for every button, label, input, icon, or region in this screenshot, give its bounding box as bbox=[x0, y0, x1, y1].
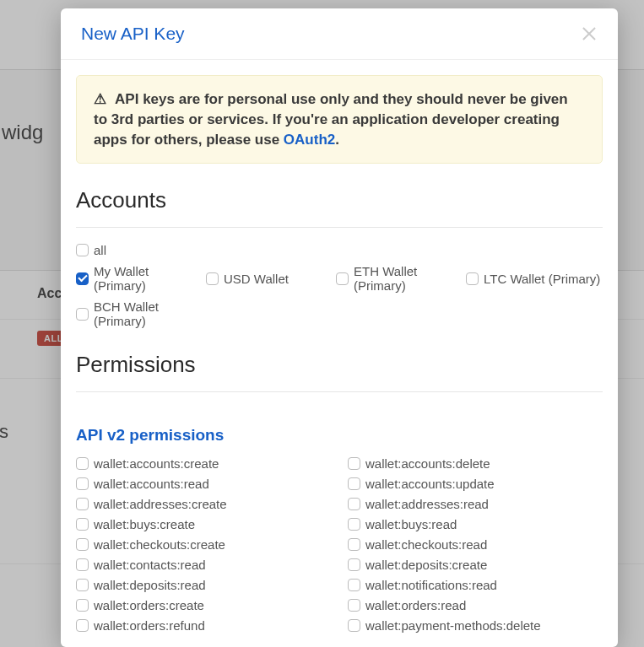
permission-label: wallet:accounts:update bbox=[365, 477, 495, 491]
modal-header: New API Key bbox=[61, 8, 618, 60]
account-checkbox[interactable]: ETH Wallet (Primary) bbox=[336, 264, 463, 293]
checkbox-icon bbox=[76, 619, 89, 632]
divider bbox=[76, 227, 603, 228]
permission-label: wallet:accounts:create bbox=[94, 456, 219, 471]
checkbox-icon bbox=[76, 498, 89, 510]
warning-banner: ⚠ API keys are for personal use only and… bbox=[76, 75, 603, 164]
checkbox-icon bbox=[76, 244, 89, 256]
permission-label: wallet:checkouts:create bbox=[94, 537, 225, 552]
warning-icon: ⚠ bbox=[94, 89, 106, 110]
permission-label: wallet:buys:create bbox=[94, 517, 195, 531]
permission-checkbox[interactable]: wallet:orders:create bbox=[76, 598, 331, 612]
permission-label: wallet:deposits:read bbox=[94, 578, 206, 592]
account-checkbox[interactable]: BCH Wallet (Primary) bbox=[76, 299, 203, 328]
api-v2-permissions-heading: API v2 permissions bbox=[76, 426, 603, 445]
permission-label: wallet:orders:read bbox=[365, 598, 466, 612]
checkbox-icon bbox=[76, 457, 89, 470]
permission-label: wallet:notifications:read bbox=[365, 578, 497, 592]
account-label: ETH Wallet (Primary) bbox=[354, 264, 463, 293]
permission-label: wallet:buys:read bbox=[365, 517, 457, 531]
permission-label: wallet:addresses:create bbox=[94, 497, 227, 511]
permission-label: wallet:deposits:create bbox=[365, 558, 487, 572]
permission-label: wallet:accounts:delete bbox=[365, 456, 490, 471]
permission-checkbox[interactable]: wallet:deposits:read bbox=[76, 578, 331, 592]
accounts-grid: allMy Wallet (Primary)USD WalletETH Wall… bbox=[76, 243, 603, 328]
permission-checkbox[interactable]: wallet:addresses:create bbox=[76, 497, 331, 511]
checkbox-icon bbox=[466, 272, 479, 285]
account-label: BCH Wallet (Primary) bbox=[94, 299, 203, 328]
oauth2-link[interactable]: OAuth2 bbox=[284, 132, 335, 148]
permission-checkbox[interactable]: wallet:orders:refund bbox=[76, 618, 331, 633]
permissions-heading: Permissions bbox=[76, 352, 603, 378]
modal-body: ⚠ API keys are for personal use only and… bbox=[61, 60, 618, 647]
checkbox-icon bbox=[348, 599, 360, 612]
permission-label: wallet:orders:create bbox=[94, 598, 204, 612]
checkbox-icon bbox=[348, 477, 360, 490]
account-label: My Wallet (Primary) bbox=[94, 264, 203, 293]
account-checkbox[interactable]: all bbox=[76, 243, 601, 257]
checkbox-icon bbox=[348, 498, 360, 510]
account-label: USD Wallet bbox=[224, 272, 289, 286]
checkbox-icon bbox=[76, 538, 89, 551]
new-api-key-modal: New API Key ⚠ API keys are for personal … bbox=[61, 8, 618, 647]
account-checkbox[interactable]: USD Wallet bbox=[206, 264, 333, 293]
checkbox-icon bbox=[348, 518, 360, 531]
accounts-heading: Accounts bbox=[76, 187, 603, 213]
checkbox-icon bbox=[76, 518, 89, 531]
checkbox-icon bbox=[348, 579, 360, 591]
permission-checkbox[interactable]: wallet:checkouts:create bbox=[76, 537, 331, 552]
warning-text-suffix: . bbox=[335, 132, 339, 148]
permission-checkbox[interactable]: wallet:addresses:read bbox=[348, 497, 603, 511]
checkbox-icon bbox=[76, 308, 89, 321]
divider bbox=[76, 391, 603, 392]
permission-checkbox[interactable]: wallet:accounts:update bbox=[348, 477, 603, 491]
account-checkbox[interactable]: LTC Wallet (Primary) bbox=[466, 264, 601, 293]
checkbox-icon bbox=[348, 457, 360, 470]
permission-checkbox[interactable]: wallet:payment-methods:delete bbox=[348, 618, 603, 633]
permission-checkbox[interactable]: wallet:accounts:create bbox=[76, 456, 331, 471]
checkbox-icon bbox=[206, 272, 219, 285]
close-icon[interactable] bbox=[581, 25, 598, 42]
account-label: all bbox=[94, 243, 106, 257]
account-checkbox[interactable]: My Wallet (Primary) bbox=[76, 264, 203, 293]
checkbox-icon bbox=[348, 619, 360, 632]
checkbox-icon bbox=[76, 272, 89, 285]
permission-label: wallet:payment-methods:delete bbox=[365, 618, 541, 633]
permission-checkbox[interactable]: wallet:orders:read bbox=[348, 598, 603, 612]
permission-label: wallet:accounts:read bbox=[94, 477, 209, 491]
permission-checkbox[interactable]: wallet:accounts:delete bbox=[348, 456, 603, 471]
account-label: LTC Wallet (Primary) bbox=[484, 272, 600, 286]
permission-label: wallet:contacts:read bbox=[94, 558, 206, 572]
permission-label: wallet:addresses:read bbox=[365, 497, 489, 511]
permission-checkbox[interactable]: wallet:buys:read bbox=[348, 517, 603, 531]
permission-label: wallet:orders:refund bbox=[94, 618, 205, 633]
modal-title: New API Key bbox=[81, 24, 185, 44]
permissions-grid: wallet:accounts:createwallet:accounts:de… bbox=[76, 456, 603, 633]
permission-checkbox[interactable]: wallet:contacts:read bbox=[76, 558, 331, 572]
checkbox-icon bbox=[336, 272, 349, 285]
permission-checkbox[interactable]: wallet:accounts:read bbox=[76, 477, 331, 491]
permission-checkbox[interactable]: wallet:checkouts:read bbox=[348, 537, 603, 552]
checkbox-icon bbox=[76, 599, 89, 612]
permission-checkbox[interactable]: wallet:notifications:read bbox=[348, 578, 603, 592]
permission-checkbox[interactable]: wallet:buys:create bbox=[76, 517, 331, 531]
checkbox-icon bbox=[76, 477, 89, 490]
checkbox-icon bbox=[76, 579, 89, 591]
checkbox-icon bbox=[348, 558, 360, 571]
permission-label: wallet:checkouts:read bbox=[365, 537, 487, 552]
checkbox-icon bbox=[76, 558, 89, 571]
checkbox-icon bbox=[348, 538, 360, 551]
permission-checkbox[interactable]: wallet:deposits:create bbox=[348, 558, 603, 572]
